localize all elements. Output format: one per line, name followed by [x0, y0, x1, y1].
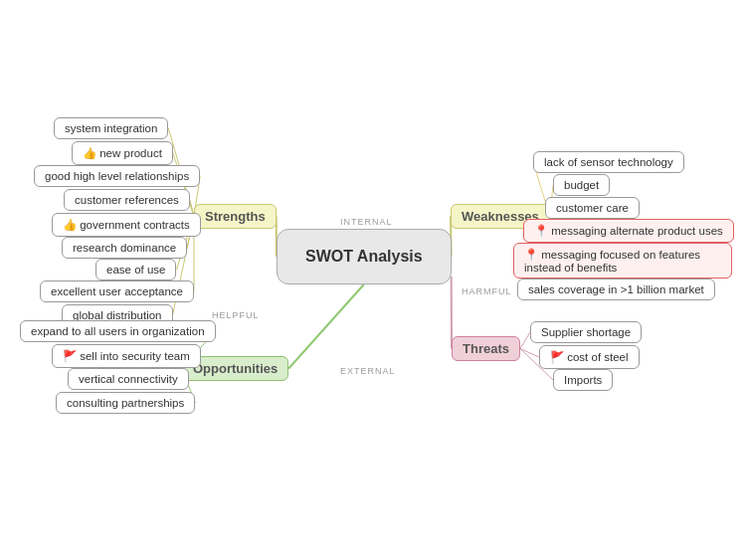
threat-item-3[interactable]: Imports — [553, 369, 613, 391]
weakness-item-5[interactable]: 📍 messaging focused on features instead … — [513, 243, 732, 279]
strength-item-6[interactable]: research dominance — [62, 237, 187, 259]
weakness-item-3[interactable]: customer care — [545, 197, 640, 219]
opportunity-item-4[interactable]: consulting partnerships — [56, 392, 195, 414]
external-label: EXTERNAL — [340, 366, 396, 376]
opportunity-item-3[interactable]: vertical connectivity — [68, 368, 189, 390]
weakness-item-2[interactable]: budget — [553, 174, 610, 196]
threats-node[interactable]: Threats — [452, 336, 520, 361]
strength-item-2[interactable]: 👍 new product — [72, 141, 173, 165]
strength-item-1[interactable]: system integration — [54, 117, 168, 139]
opportunities-label: Opportunities — [193, 361, 278, 376]
svg-line-24 — [520, 349, 539, 358]
threat-item-1[interactable]: Supplier shortage — [530, 321, 642, 343]
center-label: SWOT Analysis — [305, 248, 423, 265]
harmful-label: HARMFUL — [462, 286, 512, 296]
center-node: SWOT Analysis — [277, 229, 452, 284]
strength-item-7[interactable]: ease of use — [95, 259, 176, 280]
opportunity-item-2[interactable]: 🚩 sell into security team — [52, 344, 201, 368]
opportunity-item-1[interactable]: expand to all users in organization — [20, 320, 216, 342]
strength-item-8[interactable]: excellent user acceptance — [40, 280, 194, 302]
weakness-item-4[interactable]: 📍 messaging alternate product uses — [523, 219, 734, 243]
weakness-item-6[interactable]: sales coverage in >1 billion market — [517, 279, 715, 300]
strengths-label: Strengths — [205, 209, 266, 224]
strength-item-5[interactable]: 👍 government contracts — [52, 213, 201, 237]
svg-line-2 — [288, 284, 364, 369]
threats-label: Threats — [463, 341, 509, 356]
threat-item-2[interactable]: 🚩 cost of steel — [539, 345, 640, 369]
strength-item-3[interactable]: good high level relationships — [34, 165, 200, 187]
svg-line-23 — [520, 332, 530, 349]
weakness-item-1[interactable]: lack of sensor technology — [533, 151, 684, 173]
helpful-label: HELPFUL — [212, 310, 260, 320]
internal-label: INTERNAL — [340, 217, 393, 227]
strength-item-4[interactable]: customer references — [64, 189, 190, 211]
strengths-node[interactable]: Strengths — [194, 204, 277, 229]
